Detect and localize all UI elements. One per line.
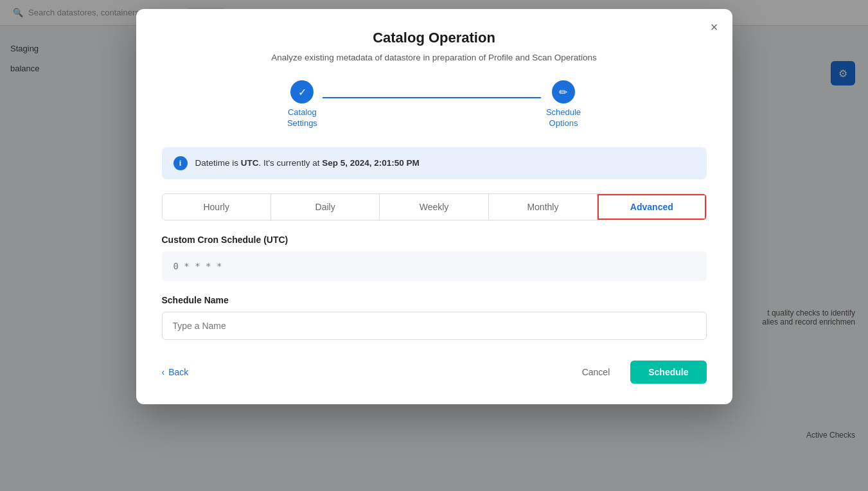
schedule-tabs: Hourly Daily Weekly Monthly Advanced (162, 193, 707, 220)
modal-title: Catalog Operation (162, 30, 707, 46)
step-catalog-label: CatalogSettings (287, 107, 317, 129)
step-schedule-label: ScheduleOptions (546, 107, 581, 129)
tab-hourly[interactable]: Hourly (163, 194, 271, 220)
schedule-name-input[interactable] (162, 312, 707, 340)
step-schedule: ✏ ScheduleOptions (546, 80, 581, 129)
cron-section-label: Custom Cron Schedule (UTC) (162, 235, 707, 245)
tab-daily[interactable]: Daily (271, 194, 380, 220)
cancel-button[interactable]: Cancel (572, 361, 621, 384)
tab-advanced[interactable]: Advanced (598, 194, 705, 220)
close-button[interactable]: × (711, 21, 718, 33)
cron-input-wrapper (162, 251, 707, 281)
info-icon: i (173, 156, 188, 170)
cron-input[interactable] (173, 261, 695, 271)
modal-footer: ‹ Back Cancel Schedule (162, 361, 707, 384)
modal-subtitle: Analyze existing metadata of datastore i… (162, 53, 707, 62)
step-connector (323, 97, 541, 98)
back-chevron-icon: ‹ (162, 367, 165, 377)
footer-right-actions: Cancel Schedule (572, 361, 707, 384)
tab-monthly[interactable]: Monthly (489, 194, 598, 220)
back-button[interactable]: ‹ Back (162, 367, 189, 377)
step-schedule-icon: ✏ (552, 80, 575, 103)
stepper: ✓ CatalogSettings ✏ ScheduleOptions (162, 80, 707, 129)
back-label: Back (168, 367, 188, 377)
step-catalog-icon: ✓ (290, 80, 314, 103)
tab-weekly[interactable]: Weekly (380, 194, 488, 220)
schedule-name-label: Schedule Name (162, 295, 707, 305)
info-text: Datetime is UTC. It's currently at Sep 5… (195, 158, 420, 168)
schedule-button[interactable]: Schedule (630, 361, 706, 384)
info-banner: i Datetime is UTC. It's currently at Sep… (162, 147, 707, 179)
step-catalog: ✓ CatalogSettings (287, 80, 317, 129)
catalog-operation-modal: × Catalog Operation Analyze existing met… (136, 9, 732, 404)
